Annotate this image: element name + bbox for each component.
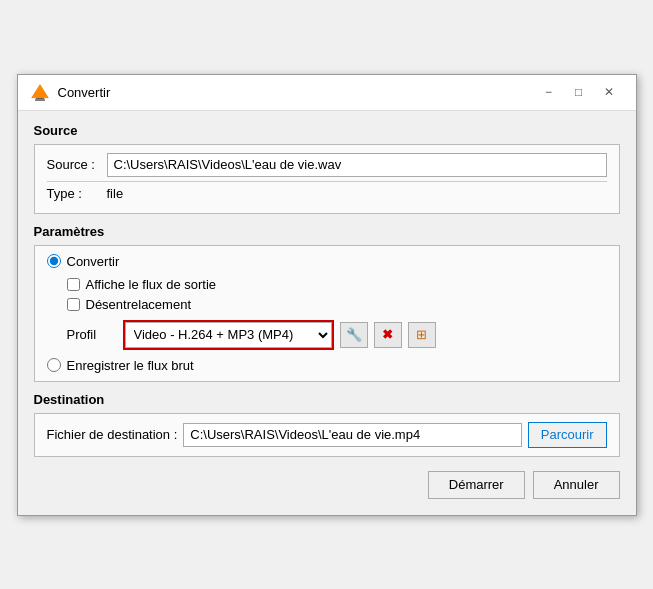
desentrelacement-checkbox[interactable]	[67, 298, 80, 311]
title-bar-left: Convertir	[30, 82, 111, 102]
profil-select-wrapper: Video - H.264 + MP3 (MP4) Audio - MP3 Au…	[123, 320, 334, 350]
source-row: Source :	[47, 153, 607, 177]
flux-label: Affiche le flux de sortie	[86, 277, 217, 292]
title-bar-buttons: − □ ✕	[534, 82, 624, 102]
desentrelacement-label: Désentrelacement	[86, 297, 192, 312]
source-section: Source Source : Type : file	[34, 123, 620, 214]
cancel-button[interactable]: Annuler	[533, 471, 620, 499]
source-divider	[47, 181, 607, 182]
main-window: Convertir − □ ✕ Source Source : Type : f…	[17, 74, 637, 516]
source-input[interactable]	[107, 153, 607, 177]
profil-row: Profil Video - H.264 + MP3 (MP4) Audio -…	[67, 320, 607, 350]
wrench-icon: 🔧	[346, 327, 362, 342]
source-label: Source :	[47, 157, 107, 172]
svg-rect-1	[35, 98, 43, 100]
profil-select[interactable]: Video - H.264 + MP3 (MP4) Audio - MP3 Au…	[125, 322, 332, 348]
footer-buttons: Démarrer Annuler	[34, 471, 620, 499]
convertir-row: Convertir	[47, 254, 607, 269]
grid-icon: ⊞	[416, 327, 427, 342]
convertir-radio[interactable]	[47, 254, 61, 268]
type-row: Type : file	[47, 186, 607, 201]
grid-button[interactable]: ⊞	[408, 322, 436, 348]
source-box: Source : Type : file	[34, 144, 620, 214]
profil-label: Profil	[67, 327, 117, 342]
delete-profile-button[interactable]: ✖	[374, 322, 402, 348]
destination-box: Fichier de destination : Parcourir	[34, 413, 620, 457]
browse-button[interactable]: Parcourir	[528, 422, 607, 448]
flux-checkbox[interactable]	[67, 278, 80, 291]
dest-input[interactable]	[183, 423, 521, 447]
start-button[interactable]: Démarrer	[428, 471, 525, 499]
source-header: Source	[34, 123, 620, 138]
raw-flux-radio[interactable]	[47, 358, 61, 372]
dest-row: Fichier de destination : Parcourir	[47, 422, 607, 448]
svg-rect-2	[35, 100, 45, 101]
vlc-icon	[30, 82, 50, 102]
convertir-label: Convertir	[67, 254, 120, 269]
title-bar: Convertir − □ ✕	[18, 75, 636, 111]
window-content: Source Source : Type : file Paramètres	[18, 111, 636, 515]
wrench-button[interactable]: 🔧	[340, 322, 368, 348]
close-button[interactable]: ✕	[594, 82, 624, 102]
desentrelacement-checkbox-row: Désentrelacement	[67, 297, 607, 312]
svg-marker-0	[31, 85, 48, 98]
dest-label: Fichier de destination :	[47, 427, 178, 442]
raw-flux-label: Enregistrer le flux brut	[67, 358, 194, 373]
flux-checkbox-row: Affiche le flux de sortie	[67, 277, 607, 292]
destination-header: Destination	[34, 392, 620, 407]
delete-icon: ✖	[382, 327, 393, 342]
params-header: Paramètres	[34, 224, 620, 239]
params-section: Paramètres Convertir Affiche le flux de …	[34, 224, 620, 382]
maximize-button[interactable]: □	[564, 82, 594, 102]
destination-section: Destination Fichier de destination : Par…	[34, 392, 620, 457]
type-value: file	[107, 186, 124, 201]
params-box: Convertir Affiche le flux de sortie Dése…	[34, 245, 620, 382]
raw-flux-row: Enregistrer le flux brut	[47, 358, 607, 373]
window-title: Convertir	[58, 85, 111, 100]
type-label: Type :	[47, 186, 107, 201]
minimize-button[interactable]: −	[534, 82, 564, 102]
